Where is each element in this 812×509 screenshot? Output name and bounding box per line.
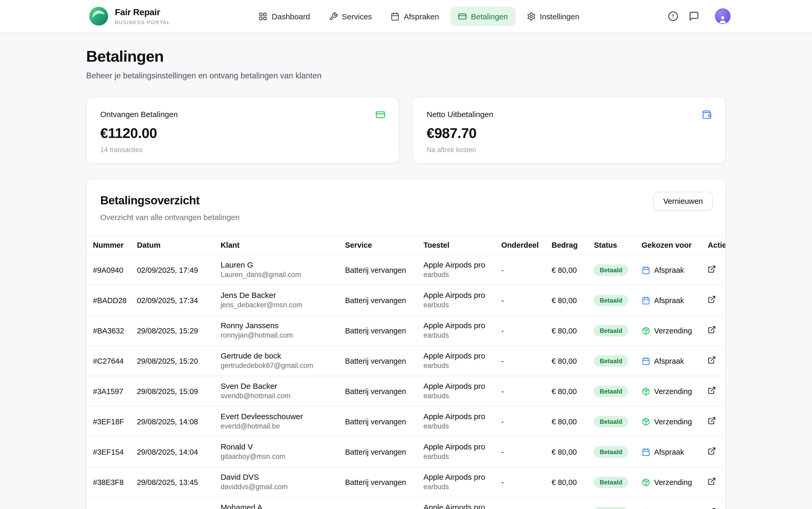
external-link-icon (708, 265, 716, 273)
column-header-status: Status (590, 235, 637, 255)
cell-acties (704, 315, 725, 346)
brand-subtitle: BUSINESS PORTAL (115, 19, 170, 25)
external-link-icon (708, 356, 716, 364)
status-badge: Betaald (594, 507, 628, 509)
cell-status: Betaald (590, 346, 637, 376)
table-row: #C2764429/08/2025, 15:20Gertrude de bock… (87, 346, 725, 376)
open-payment-button[interactable] (708, 386, 716, 396)
cell-bedrag: € 80,00 (547, 315, 590, 346)
cell-klant: Sven De Backersvendb@hottmail.com (216, 376, 341, 406)
gekozen-voor-label: Verzending (654, 417, 692, 426)
table-row: #BADD2802/09/2025, 17:34Jens De Backerje… (87, 285, 725, 315)
cell-toestel: Apple Airpods proearbuds (419, 497, 497, 509)
open-payment-button[interactable] (708, 447, 716, 457)
nav-item-services[interactable]: Services (322, 6, 379, 26)
cell-datum: 29/08/2025, 15:20 (133, 346, 216, 376)
cell-datum: 02/09/2025, 17:49 (133, 255, 216, 285)
nav-item-label: Dashboard (272, 12, 310, 21)
cell-service: Batterij vervangen (341, 437, 419, 467)
cell-gekozen-voor: Afspraak (637, 346, 704, 376)
gekozen-voor-label: Verzending (654, 326, 692, 335)
open-payment-button[interactable] (708, 477, 716, 487)
payments-overview-subtitle: Overzicht van alle ontvangen betalingen (100, 213, 712, 222)
cell-onderdeel: - (497, 255, 548, 285)
cell-onderdeel: - (497, 285, 548, 315)
cell-toestel: Apple Airpods proearbuds (419, 346, 497, 376)
user-icon (718, 14, 728, 24)
table-row: #38E3F829/08/2025, 13:45David DVSdaviddv… (87, 467, 725, 497)
gekozen-voor-label: Afspraak (654, 357, 684, 365)
brand-text: Fair Repair BUSINESS PORTAL (115, 7, 170, 25)
table-row: #3EF15429/08/2025, 14:04Ronald Vgitaarbo… (87, 437, 725, 467)
nav-item-betalingen[interactable]: Betalingen (451, 6, 515, 26)
cell-gekozen-voor: Afspraak (637, 285, 704, 315)
cell-acties (704, 346, 725, 376)
cell-status: Betaald (590, 437, 637, 467)
status-badge: Betaald (594, 295, 628, 306)
cell-onderdeel: - (497, 497, 548, 509)
column-header-service: Service (341, 235, 419, 255)
cell-datum: 29/08/2025, 14:04 (133, 437, 216, 467)
open-payment-button[interactable] (708, 507, 716, 509)
cell-status: Betaald (590, 376, 637, 406)
toestel-naam: Apple Airpods pro (423, 260, 493, 269)
nav-item-dashboard[interactable]: Dashboard (251, 6, 318, 26)
open-payment-button[interactable] (708, 295, 716, 305)
klant-email: jens_debacker@msn.com (221, 301, 337, 310)
cell-status: Betaald (590, 315, 637, 346)
chat-button[interactable] (689, 11, 699, 22)
open-payment-button[interactable] (708, 416, 716, 427)
cell-datum: 02/09/2025, 17:34 (133, 285, 216, 315)
klant-email: daviddvs@gmail.com (221, 483, 337, 492)
toestel-naam: Apple Airpods pro (423, 503, 493, 509)
received-payments-card: Ontvangen Betalingen €1120.00 14 transac… (86, 97, 400, 164)
package-icon (641, 387, 650, 395)
status-badge: Betaald (594, 264, 628, 276)
package-icon (641, 478, 650, 486)
status-badge: Betaald (594, 446, 628, 457)
external-link-icon (708, 447, 716, 455)
cell-onderdeel: - (497, 315, 548, 346)
klant-naam: Gertrude de bock (221, 351, 337, 360)
nav-item-instellingen[interactable]: Instellingen (519, 6, 587, 26)
cell-nummer: #BA3632 (87, 315, 133, 346)
cell-klant: Jens De Backerjens_debacker@msn.com (216, 285, 341, 315)
open-payment-button[interactable] (708, 356, 716, 366)
gekozen-voor-label: Verzending (654, 387, 692, 395)
cell-acties (704, 467, 725, 497)
cell-service: Batterij vervangen (341, 285, 419, 315)
cell-bedrag: € 80,00 (547, 497, 590, 509)
credit-card-icon (375, 110, 385, 120)
nav-item-afspraken[interactable]: Afspraken (383, 6, 446, 26)
info-button[interactable] (668, 11, 678, 22)
cell-toestel: Apple Airpods proearbuds (419, 467, 497, 497)
avatar[interactable] (715, 8, 731, 24)
table-row: #BA363229/08/2025, 15:29Ronny Janssensro… (87, 315, 725, 346)
cell-bedrag: € 80,00 (547, 406, 590, 437)
table-row: #3EF18F29/08/2025, 14:08Evert Devleessch… (87, 406, 725, 437)
cell-klant: David DVSdaviddvs@gmail.com (216, 467, 341, 497)
brand-name: Fair Repair (115, 7, 170, 18)
cell-status: Betaald (590, 285, 637, 315)
column-header-bedrag: Bedrag (547, 235, 590, 255)
net-payouts-card: Netto Uitbetalingen €987.70 Na aftrek ko… (412, 97, 726, 164)
column-header-nummer: Nummer (87, 235, 133, 255)
klant-email: svendb@hottmail.com (221, 392, 337, 401)
klant-naam: Ronald V (221, 442, 337, 451)
refresh-button[interactable]: Vernieuwen (653, 192, 713, 211)
cell-gekozen-voor: Verzending (637, 406, 704, 437)
klant-email: Lauren_dans@gmail.com (221, 271, 337, 280)
cell-nummer: #3EF154 (87, 437, 133, 467)
cell-bedrag: € 80,00 (547, 467, 590, 497)
column-header-klant: Klant (216, 235, 341, 255)
nav-item-label: Afspraken (404, 12, 439, 21)
open-payment-button[interactable] (708, 265, 716, 275)
card-label: Ontvangen Betalingen (100, 110, 385, 118)
open-payment-button[interactable] (708, 326, 716, 336)
payments-table-head-row: NummerDatumKlantServiceToestelOnderdeelB… (87, 235, 725, 255)
cell-service: Batterij vervangen (341, 346, 419, 376)
toestel-naam: Apple Airpods pro (423, 291, 493, 300)
brand: Fair Repair BUSINESS PORTAL (89, 6, 170, 26)
cell-status: Betaald (590, 467, 637, 497)
cell-service: Batterij vervangen (341, 376, 419, 406)
